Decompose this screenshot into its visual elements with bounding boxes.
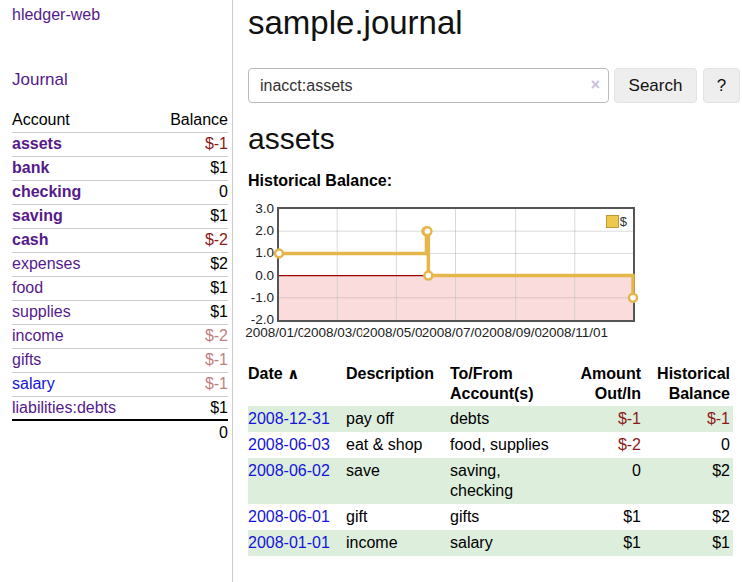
transaction-balance: $2 xyxy=(644,504,733,530)
account-heading: assets xyxy=(248,122,335,156)
transaction-balance: $1 xyxy=(644,530,733,556)
y-axis-tick-label: 2.0 xyxy=(248,222,274,240)
sidebar-account-link[interactable]: salary xyxy=(12,375,55,392)
accounts-table-body: assets$-1bank$1checking0saving$1cash$-2e… xyxy=(12,132,228,420)
transaction-date-link[interactable]: 2008-06-03 xyxy=(248,436,330,453)
account-balance: $1 xyxy=(151,396,228,420)
accounts-table: Account Balance assets$-1bank$1checking0… xyxy=(12,108,228,444)
sidebar: hledger-web Journal Account Balance asse… xyxy=(0,0,233,582)
search-button[interactable]: Search xyxy=(614,68,697,103)
register-header-row: Date ∧ Description To/From Account(s) Am… xyxy=(248,362,733,406)
app-brand-link[interactable]: hledger-web xyxy=(12,6,100,24)
account-balance: $-1 xyxy=(151,372,228,396)
transaction-accounts: food, supplies xyxy=(450,432,564,458)
account-row: cash$-2 xyxy=(12,228,228,252)
transaction-amount: $1 xyxy=(564,530,644,556)
account-row: income$-2 xyxy=(12,324,228,348)
sidebar-item-journal[interactable]: Journal xyxy=(12,70,68,90)
accounts-column-header: To/From Account(s) xyxy=(450,362,564,406)
account-row: food$1 xyxy=(12,276,228,300)
chart-plot-area: $ xyxy=(277,207,635,322)
transaction-amount: $-1 xyxy=(564,406,644,432)
account-balance: $1 xyxy=(151,276,228,300)
transaction-date-link[interactable]: 2008-06-02 xyxy=(248,462,330,479)
accounts-total-value: 0 xyxy=(151,420,228,444)
clear-search-icon[interactable]: × xyxy=(591,76,600,94)
transaction-row: 2008-06-01giftgifts$1$2 xyxy=(248,504,733,530)
account-row: salary$-1 xyxy=(12,372,228,396)
sidebar-account-link[interactable]: food xyxy=(12,279,43,296)
transaction-date-link[interactable]: 2008-06-01 xyxy=(248,508,330,525)
balance-column-header-register: Historical Balance xyxy=(644,362,733,406)
historical-balance-chart: $ 3.02.01.00.0-1.0-2.0 2008/01/012008/03… xyxy=(248,200,708,345)
account-balance: $-1 xyxy=(151,132,228,156)
transaction-description: eat & shop xyxy=(346,432,450,458)
account-row: checking0 xyxy=(12,180,228,204)
y-axis-tick-label: 3.0 xyxy=(248,200,274,218)
balance-column-header: Balance xyxy=(151,108,228,132)
sidebar-account-link[interactable]: income xyxy=(12,327,64,344)
account-row: gifts$-1 xyxy=(12,348,228,372)
account-balance: $1 xyxy=(151,156,228,180)
transaction-balance: 0 xyxy=(644,432,733,458)
sidebar-account-link[interactable]: assets xyxy=(12,135,62,152)
transaction-row: 2008-06-02savesaving, checking0$2 xyxy=(248,458,733,504)
sidebar-account-link[interactable]: checking xyxy=(12,183,81,200)
account-column-header: Account xyxy=(12,108,151,132)
register-table: Date ∧ Description To/From Account(s) Am… xyxy=(248,362,733,556)
balance-chart-svg xyxy=(279,209,633,320)
accounts-total-spacer xyxy=(12,420,151,444)
search-input-wrap: × xyxy=(248,68,609,103)
sort-ascending-icon: ∧ xyxy=(287,365,299,382)
transaction-amount: $-2 xyxy=(564,432,644,458)
account-balance: $-2 xyxy=(151,324,228,348)
transaction-row: 2008-06-03eat & shopfood, supplies$-20 xyxy=(248,432,733,458)
x-axis-tick-label: 2008/05/01 xyxy=(363,325,431,341)
sidebar-account-link[interactable]: gifts xyxy=(12,351,41,368)
account-balance: $1 xyxy=(151,300,228,324)
transaction-balance: $-1 xyxy=(644,406,733,432)
legend-label: $ xyxy=(620,214,627,229)
search-bar: × Search ? xyxy=(248,68,740,103)
chart-legend: $ xyxy=(606,214,627,229)
transaction-description: pay off xyxy=(346,406,450,432)
help-button[interactable]: ? xyxy=(703,68,740,103)
account-balance: 0 xyxy=(151,180,228,204)
x-axis-tick-label: 2008/09/01 xyxy=(482,325,550,341)
x-axis-tick-label: 2008/11/01 xyxy=(542,325,609,341)
register-table-body: 2008-12-31pay offdebts$-1$-12008-06-03ea… xyxy=(248,406,733,556)
main-content: sample.journal × Search ? assets Histori… xyxy=(233,0,742,582)
account-row: assets$-1 xyxy=(12,132,228,156)
amount-column-header: Amount Out/In xyxy=(564,362,644,406)
account-row: bank$1 xyxy=(12,156,228,180)
transaction-date-link[interactable]: 2008-01-01 xyxy=(248,534,330,551)
transaction-description: save xyxy=(346,458,450,504)
sidebar-account-link[interactable]: liabilities:debts xyxy=(12,399,116,416)
account-balance: $-1 xyxy=(151,348,228,372)
sidebar-account-link[interactable]: expenses xyxy=(12,255,81,272)
transaction-accounts: gifts xyxy=(450,504,564,530)
sidebar-account-link[interactable]: cash xyxy=(12,231,48,248)
transaction-date-link[interactable]: 2008-12-31 xyxy=(248,410,330,427)
sidebar-account-link[interactable]: saving xyxy=(12,207,63,224)
y-axis-tick-label: 1.0 xyxy=(248,244,274,262)
sidebar-account-link[interactable]: bank xyxy=(12,159,49,176)
transaction-accounts: debts xyxy=(450,406,564,432)
account-row: supplies$1 xyxy=(12,300,228,324)
account-row: expenses$2 xyxy=(12,252,228,276)
date-column-header[interactable]: Date ∧ xyxy=(248,362,346,406)
chart-label: Historical Balance: xyxy=(248,172,392,190)
legend-swatch xyxy=(606,215,619,228)
sidebar-account-link[interactable]: supplies xyxy=(12,303,71,320)
account-row: saving$1 xyxy=(12,204,228,228)
transaction-row: 2008-01-01incomesalary$1$1 xyxy=(248,530,733,556)
account-balance: $2 xyxy=(151,252,228,276)
accounts-total-row: 0 xyxy=(12,420,228,444)
description-column-header: Description xyxy=(346,362,450,406)
transaction-amount: $1 xyxy=(564,504,644,530)
search-input[interactable] xyxy=(248,68,609,103)
transaction-amount: 0 xyxy=(564,458,644,504)
transaction-row: 2008-12-31pay offdebts$-1$-1 xyxy=(248,406,733,432)
account-balance: $1 xyxy=(151,204,228,228)
accounts-table-header-row: Account Balance xyxy=(12,108,228,132)
